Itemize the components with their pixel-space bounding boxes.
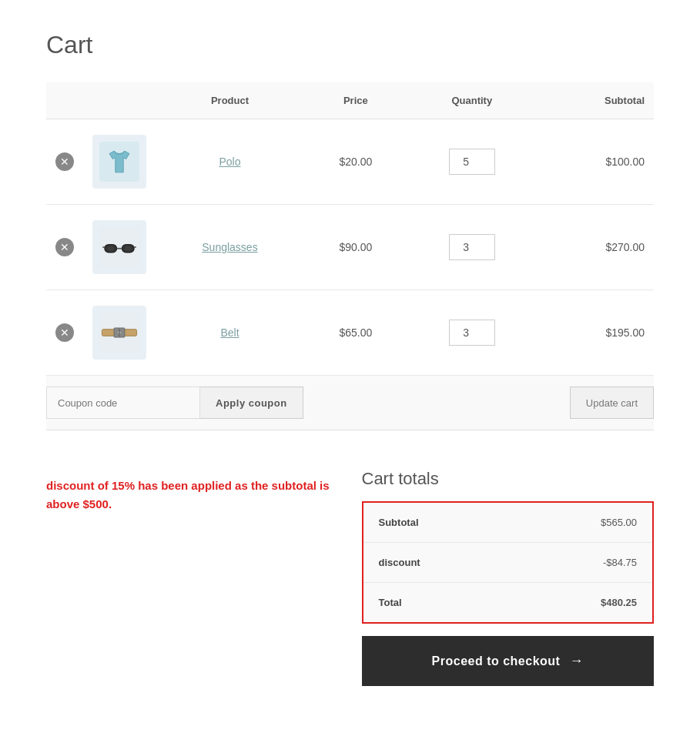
quantity-input[interactable] xyxy=(449,320,495,346)
product-price: $65.00 xyxy=(304,290,407,376)
cart-totals-title: Cart totals xyxy=(362,469,655,489)
svg-point-8 xyxy=(125,246,132,251)
col-product-header: Product xyxy=(156,82,304,119)
cart-table: Product Price Quantity Subtotal ✕ Polo $… xyxy=(46,82,654,376)
cart-totals: Cart totals Subtotal $565.00 discount -$… xyxy=(362,469,655,686)
remove-item-button[interactable]: ✕ xyxy=(55,238,74,256)
product-subtotal: $100.00 xyxy=(537,119,654,205)
totals-value: -$84.75 xyxy=(603,557,637,568)
remove-item-button[interactable]: ✕ xyxy=(55,152,74,171)
totals-label: discount xyxy=(379,557,420,568)
product-thumbnail xyxy=(92,135,146,189)
bottom-section: discount of 15% has been applied as the … xyxy=(46,469,654,686)
table-row: ✕ Polo $20.00 $100.00 xyxy=(46,119,654,205)
col-price-header: Price xyxy=(304,82,407,119)
totals-row: Total $480.25 xyxy=(363,583,653,622)
totals-label: Total xyxy=(379,597,402,608)
col-image-header xyxy=(83,82,156,119)
quantity-input[interactable] xyxy=(449,234,495,260)
page-title: Cart xyxy=(46,31,654,59)
product-price: $90.00 xyxy=(304,205,407,290)
discount-message: discount of 15% has been applied as the … xyxy=(46,469,339,514)
svg-point-7 xyxy=(107,246,114,251)
coupon-input[interactable] xyxy=(46,387,200,419)
col-subtotal-header: Subtotal xyxy=(537,82,654,119)
product-link[interactable]: Sunglasses xyxy=(202,241,257,253)
totals-box: Subtotal $565.00 discount -$84.75 Total … xyxy=(362,501,655,624)
table-row: ✕ Belt $65.00 $195.00 xyxy=(46,290,654,376)
totals-value: $480.25 xyxy=(601,597,637,608)
checkout-btn-wrapper: Proceed to checkout → xyxy=(362,636,655,686)
checkout-label: Proceed to checkout xyxy=(432,654,561,668)
col-remove-header xyxy=(46,82,83,119)
checkout-button[interactable]: Proceed to checkout → xyxy=(362,636,655,686)
totals-value: $565.00 xyxy=(601,517,637,528)
remove-item-button[interactable]: ✕ xyxy=(55,323,74,342)
product-price: $20.00 xyxy=(304,119,407,205)
update-cart-button[interactable]: Update cart xyxy=(570,387,654,419)
coupon-row: Apply coupon Update cart xyxy=(46,376,654,430)
col-qty-header: Quantity xyxy=(407,82,537,119)
product-thumbnail xyxy=(92,306,146,360)
product-subtotal: $270.00 xyxy=(537,205,654,290)
table-row: ✕ Sunglasses $90.00 $270.00 xyxy=(46,205,654,290)
totals-row: discount -$84.75 xyxy=(363,543,653,583)
apply-coupon-button[interactable]: Apply coupon xyxy=(200,387,303,419)
totals-label: Subtotal xyxy=(379,517,419,528)
product-link[interactable]: Belt xyxy=(220,326,239,339)
product-thumbnail xyxy=(92,220,146,274)
checkout-arrow-icon: → xyxy=(569,653,584,669)
product-subtotal: $195.00 xyxy=(537,290,654,376)
product-link[interactable]: Polo xyxy=(219,156,240,168)
totals-row: Subtotal $565.00 xyxy=(363,503,653,543)
quantity-input[interactable] xyxy=(449,149,495,175)
